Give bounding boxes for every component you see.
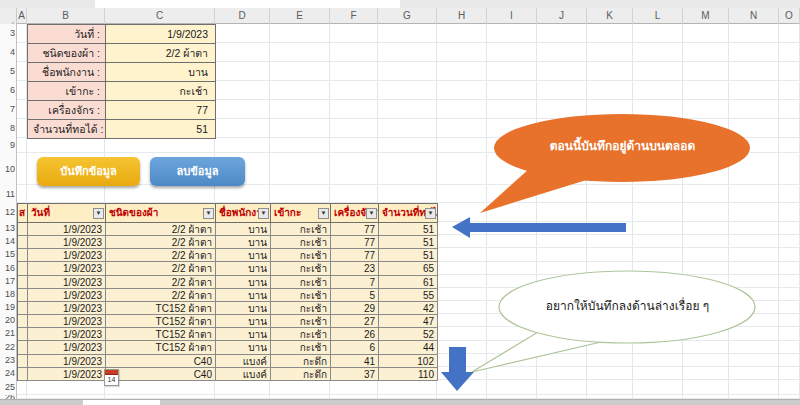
column-header-C[interactable]: C	[105, 8, 215, 24]
table-cell-r3c2[interactable]: บาน	[216, 262, 271, 275]
column-header-G[interactable]: G	[378, 8, 437, 24]
table-cell-r1c4[interactable]: 77	[331, 236, 379, 249]
row-header-15[interactable]: 15	[0, 248, 15, 261]
table-cell-r0c5[interactable]: 51	[379, 223, 438, 236]
table-row-8-colA[interactable]	[18, 328, 28, 341]
table-cell-r6c5[interactable]: 42	[379, 302, 438, 315]
select-all-corner[interactable]	[0, 8, 17, 24]
form-value-cell-3[interactable]: กะเช้า	[106, 82, 216, 101]
table-cell-r5c0[interactable]: 1/9/2023	[28, 289, 106, 302]
row-header-7[interactable]: 7	[0, 100, 15, 119]
form-value-cell-0[interactable]: 1/9/2023	[106, 25, 216, 44]
row-header-9[interactable]: 9	[0, 138, 15, 153]
column-header-F[interactable]: F	[330, 8, 378, 24]
table-cell-r9c4[interactable]: 6	[331, 341, 379, 354]
table-cell-r10c5[interactable]: 102	[379, 355, 438, 368]
table-cell-r7c4[interactable]: 27	[331, 315, 379, 328]
table-cell-r11c4[interactable]: 37	[331, 368, 379, 381]
table-cell-r3c3[interactable]: กะเช้า	[271, 262, 331, 275]
table-cell-r6c0[interactable]: 1/9/2023	[28, 302, 106, 315]
row-header-22[interactable]: 22	[0, 341, 15, 354]
table-cell-r1c1[interactable]: 2/2 ผ้าตา	[106, 236, 216, 249]
column-header-N[interactable]: N	[729, 8, 779, 24]
table-cell-r9c1[interactable]: TC152 ผ้าตา	[106, 341, 216, 354]
table-cell-r8c5[interactable]: 52	[379, 328, 438, 341]
column-header-H[interactable]: H	[437, 8, 487, 24]
table-row-2-colA[interactable]	[18, 249, 28, 262]
table-cell-r10c4[interactable]: 41	[331, 355, 379, 368]
table-cell-r11c3[interactable]: กะดึก	[271, 368, 331, 381]
table-cell-r1c5[interactable]: 51	[379, 236, 438, 249]
table-cell-r2c1[interactable]: 2/2 ผ้าตา	[106, 249, 216, 262]
table-cell-r3c1[interactable]: 2/2 ผ้าตา	[106, 262, 216, 275]
table-cell-r4c5[interactable]: 61	[379, 276, 438, 289]
table-header-1[interactable]: ชนิดของผ้า▼	[106, 204, 216, 223]
column-header-M[interactable]: M	[683, 8, 729, 24]
table-cell-r3c4[interactable]: 23	[331, 262, 379, 275]
table-cell-r11c1[interactable]: C40	[106, 368, 216, 381]
form-value-cell-5[interactable]: 51	[106, 120, 216, 139]
form-value-cell-1[interactable]: 2/2 ผ้าตา	[106, 44, 216, 63]
row-header-13[interactable]: 13	[0, 222, 15, 235]
column-header-L[interactable]: L	[633, 8, 683, 24]
row-header-24[interactable]: 24	[0, 367, 15, 380]
row-header-6[interactable]: 6	[0, 81, 15, 100]
table-header-5[interactable]: จำนวนที่ทอได้▼	[379, 204, 438, 223]
table-cell-r11c2[interactable]: แบงค์	[216, 368, 271, 381]
table-row-5-colA[interactable]	[18, 289, 28, 302]
column-header-J[interactable]: J	[537, 8, 587, 24]
filter-dropdown-icon[interactable]: ▼	[425, 208, 436, 219]
save-button[interactable]: บันทึกข้อมูล	[37, 157, 140, 186]
row-header-23[interactable]: 23	[0, 354, 15, 367]
table-cell-r4c2[interactable]: บาน	[216, 276, 271, 289]
table-cell-r4c1[interactable]: 2/2 ผ้าตา	[106, 276, 216, 289]
table-cell-r6c3[interactable]: กะเช้า	[271, 302, 331, 315]
table-cell-r6c2[interactable]: บาน	[216, 302, 271, 315]
table-cell-r0c4[interactable]: 77	[331, 223, 379, 236]
table-cell-r4c4[interactable]: 7	[331, 276, 379, 289]
row-header-11[interactable]: 11	[0, 185, 15, 203]
form-value-cell-4[interactable]: 77	[106, 101, 216, 120]
row-header-21[interactable]: 21	[0, 327, 15, 340]
row-header-3[interactable]: 3	[0, 24, 15, 43]
delete-button[interactable]: ลบข้อมูล	[150, 157, 245, 186]
row-header-20[interactable]: 20	[0, 314, 15, 327]
form-value-cell-2[interactable]: บาน	[106, 63, 216, 82]
table-cell-r2c2[interactable]: บาน	[216, 249, 271, 262]
table-row-0-colA[interactable]	[18, 223, 28, 236]
table-cell-r6c1[interactable]: TC152 ผ้าตา	[106, 302, 216, 315]
table-cell-r8c3[interactable]: กะเช้า	[271, 328, 331, 341]
table-cell-r8c2[interactable]: บาน	[216, 328, 271, 341]
row-header-19[interactable]: 19	[0, 301, 15, 314]
row-header-14[interactable]: 14	[0, 235, 15, 248]
table-cell-r7c3[interactable]: กะเช้า	[271, 315, 331, 328]
table-cell-r3c5[interactable]: 65	[379, 262, 438, 275]
column-header-A[interactable]: A	[17, 8, 27, 24]
calendar-smart-tag-icon[interactable]: 14	[104, 369, 119, 386]
table-cell-r5c4[interactable]: 5	[331, 289, 379, 302]
table-header-3[interactable]: เข้ากะ▼	[271, 204, 331, 223]
filter-dropdown-icon[interactable]: ▼	[93, 208, 104, 219]
row-header-16[interactable]: 16	[0, 262, 15, 275]
table-cell-r3c0[interactable]: 1/9/2023	[28, 262, 106, 275]
column-header-E[interactable]: E	[270, 8, 330, 24]
table-cell-r10c3[interactable]: กะดึก	[271, 355, 331, 368]
table-cell-r11c0[interactable]: 1/9/2023	[28, 368, 106, 381]
row-header-8[interactable]: 8	[0, 119, 15, 138]
filter-dropdown-icon[interactable]: ▼	[258, 208, 269, 219]
table-corner-cell[interactable]: ส	[18, 204, 28, 223]
table-cell-r5c2[interactable]: บาน	[216, 289, 271, 302]
table-cell-r2c5[interactable]: 51	[379, 249, 438, 262]
table-cell-r9c3[interactable]: กะเช้า	[271, 341, 331, 354]
row-header-12[interactable]: 12	[0, 203, 15, 222]
table-row-3-colA[interactable]	[18, 262, 28, 275]
table-cell-r9c0[interactable]: 1/9/2023	[28, 341, 106, 354]
table-header-0[interactable]: วันที่▼	[28, 204, 106, 223]
table-cell-r5c3[interactable]: กะเช้า	[271, 289, 331, 302]
column-header-K[interactable]: K	[587, 8, 633, 24]
row-header-17[interactable]: 17	[0, 275, 15, 288]
column-header-I[interactable]: I	[487, 8, 537, 24]
table-cell-r2c4[interactable]: 77	[331, 249, 379, 262]
table-cell-r5c1[interactable]: 2/2 ผ้าตา	[106, 289, 216, 302]
table-cell-r8c0[interactable]: 1/9/2023	[28, 328, 106, 341]
